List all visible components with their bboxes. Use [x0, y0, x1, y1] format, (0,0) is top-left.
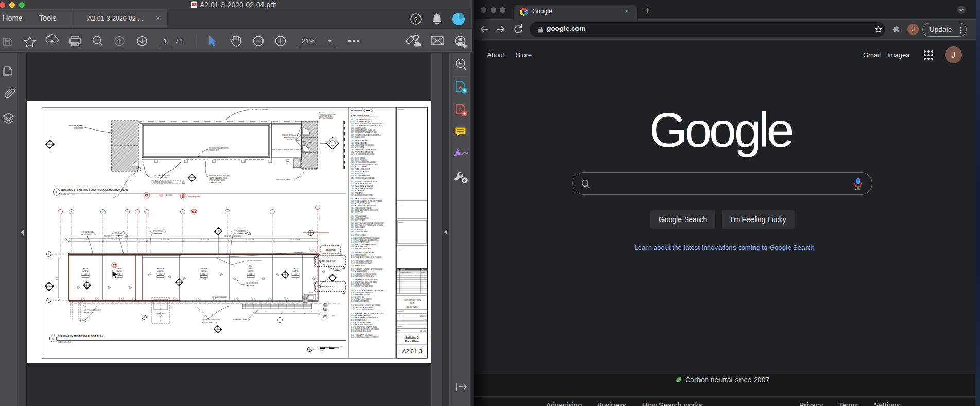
svg-text:8: 8	[48, 253, 49, 255]
svg-text:5-105: 5-105	[249, 273, 253, 275]
svg-text:File Name:: File Name:	[398, 314, 404, 315]
svg-text:SHEARWALL: SHEARWALL	[246, 285, 256, 287]
svg-text:5-104: 5-104	[202, 273, 206, 275]
svg-text:RUNNEL (BCO): RUNNEL (BCO)	[355, 136, 365, 138]
svg-text:A: A	[459, 84, 462, 90]
svg-text:Project Title: Project Title	[398, 109, 404, 110]
svg-text:STORM DRAIN (ACO), BY OWNER: STORM DRAIN (ACO), BY OWNER	[355, 336, 378, 339]
svg-text:F.O.BST: F.O.BST	[52, 251, 58, 253]
svg-text:BUILDING 3 - EXISTING FLOOR PL: BUILDING 3 - EXISTING FLOOR PLAN/DEMOLIT…	[61, 189, 128, 191]
svg-text:Memo:: Memo:	[398, 247, 401, 248]
svg-text:21.03: 21.03	[351, 265, 355, 267]
svg-text:5-105A: 5-105A	[303, 296, 307, 298]
svg-text:BIOSWALE (BLD, BCO): BIOSWALE (BLD, BCO)	[355, 330, 371, 332]
svg-text:3.06: 3.06	[324, 304, 327, 306]
svg-text:FIFTH: FIFTH	[83, 268, 88, 270]
svg-text:RAINWATER SYSTEM (BFD): RAINWATER SYSTEM (BFD)	[355, 275, 374, 277]
svg-text:FOURTH: FOURTH	[200, 268, 207, 270]
svg-text:REMOVE (E) RAMP: REMOVE (E) RAMP	[276, 179, 290, 181]
svg-text:5-107A: 5-107A	[303, 300, 307, 302]
svg-text:STOR: STOR	[309, 292, 313, 294]
svg-text:Project ID:: Project ID:	[398, 311, 404, 312]
svg-text:GRADE: GRADE	[201, 270, 206, 273]
svg-text:N: N	[313, 349, 314, 351]
svg-text:RIM - HEAD AT 9'-4": RIM - HEAD AT 9'-4"	[322, 260, 335, 262]
svg-text:(N) PRE-ENGINEERED: (N) PRE-ENGINEERED	[84, 309, 101, 311]
svg-text:/ 1: / 1	[176, 37, 183, 45]
svg-text:10/30/2014: 10/30/2014	[407, 306, 418, 308]
svg-text:(N) SHOTCRETE: (N) SHOTCRETE	[246, 282, 258, 284]
svg-text:999 SF: 999 SF	[159, 276, 163, 278]
svg-text:SET: SET	[410, 302, 414, 304]
svg-text:Owner Rep:: Owner Rep:	[398, 203, 404, 204]
svg-text:TYP: TYP	[332, 315, 335, 317]
svg-text:5: 5	[144, 316, 145, 318]
svg-text:REMOVE (E) SHED: REMOVE (E) SHED	[69, 125, 84, 127]
svg-text:FRAMED WALLS: FRAMED WALLS	[284, 137, 296, 139]
svg-text:999 SF: 999 SF	[202, 276, 206, 278]
svg-text:37'-8": 37'-8"	[56, 277, 58, 280]
svg-text:Scale: Scale	[320, 350, 324, 352]
svg-text:GRADE: GRADE	[292, 270, 298, 273]
svg-text:(E) CONC WALL TO REMAIN: (E) CONC WALL TO REMAIN	[247, 109, 268, 111]
svg-text:BUILDING 3 - PROPOSED FLOOR PL: BUILDING 3 - PROPOSED FLOOR PLAN	[58, 335, 104, 338]
svg-text:0'-2 1/2": 0'-2 1/2"	[139, 239, 145, 241]
svg-text:TO REMAIN, TYP: TO REMAIN, TYP	[154, 177, 167, 179]
svg-text:SCALE: 1/8" = 1'-0": SCALE: 1/8" = 1'-0"	[61, 194, 75, 196]
svg-text:Scale:: Scale:	[398, 330, 401, 331]
svg-text:27.03: 27.03	[351, 309, 355, 311]
svg-text:30'-0 1/2" VIF: 30'-0 1/2" VIF	[246, 239, 254, 241]
svg-text:Drawn by:: Drawn by:	[398, 318, 403, 319]
svg-text:Issue Title:: Issue Title:	[398, 296, 403, 297]
svg-text:THIRD: THIRD	[293, 268, 298, 270]
svg-text:FIRE DEPT. KNOX BOX: FIRE DEPT. KNOX BOX	[355, 248, 371, 250]
svg-text:T.8: T.8	[136, 211, 139, 213]
svg-text:PLANS & ELEVATIONS: PLANS & ELEVATIONS	[351, 115, 369, 117]
svg-text:30'-0": 30'-0"	[265, 311, 268, 313]
svg-text:8.05: 8.05	[324, 316, 327, 318]
svg-text:GRADE: GRADE	[82, 270, 88, 273]
svg-text:16ft: 16ft	[340, 346, 342, 347]
svg-text:23.04: 23.04	[351, 285, 355, 287]
svg-text:CONC BLDG: CONC BLDG	[236, 230, 246, 232]
svg-text:A2-304: A2-304	[331, 144, 334, 145]
svg-text:GRADE: GRADE	[248, 270, 253, 273]
svg-text:9.08: 9.08	[351, 231, 354, 233]
svg-text:Floor Plans: Floor Plans	[405, 340, 419, 343]
svg-text:1: 1	[279, 319, 281, 321]
svg-text:A4-301: A4-301	[143, 319, 146, 320]
svg-text:VA_A2-301: VA_A2-301	[419, 315, 427, 317]
svg-text:F.O.BST: F.O.BST	[61, 216, 63, 221]
svg-text:26.07: 26.07	[351, 300, 355, 302]
svg-text:Checked by:: Checked by:	[398, 322, 405, 323]
svg-text:COVED TILE BASE: COVED TILE BASE	[355, 231, 368, 233]
svg-text:8.10: 8.10	[351, 177, 354, 179]
svg-text:A: A	[194, 3, 196, 6]
svg-text:6.07: 6.07	[351, 153, 354, 155]
svg-text:1: 1	[163, 37, 167, 45]
svg-text:F.O.BST: F.O.BST	[148, 212, 149, 217]
svg-text:CONDUIT, RING & STRING: CONDUIT, RING & STRING	[355, 309, 374, 311]
svg-text:SUPPLY AIR: SUPPLY AIR	[355, 211, 363, 213]
svg-text:EXPOSED METAL DECKING: EXPOSED METAL DECKING	[355, 153, 375, 155]
svg-text:(N) DOOR & WINDOW IN: (N) DOOR & WINDOW IN	[202, 319, 220, 321]
svg-text:1 PERMIT SUBMITTAL: 1 PERMIT SUBMITTAL	[401, 272, 412, 273]
svg-text:5-106: 5-106	[294, 273, 297, 275]
svg-text:?: ?	[414, 15, 417, 23]
svg-text:2 CONSTRUCTION SET: 2 CONSTRUCTION SET	[401, 274, 413, 275]
svg-text:OPEN TO SKY: OPEN TO SKY	[153, 230, 163, 232]
svg-text:PRINTED 10/31/14 PM: PRINTED 10/31/14 PM	[429, 332, 430, 343]
svg-text:WEATHER STATION: WEATHER STATION	[355, 300, 369, 302]
svg-text:999 SF: 999 SF	[249, 276, 253, 278]
svg-text:FIRE HYDRANT: FIRE HYDRANT	[355, 265, 366, 267]
svg-text:1-HR RATED WALL: 1-HR RATED WALL	[81, 231, 95, 233]
svg-text:REMOVE PORTION OF (E): REMOVE PORTION OF (E)	[209, 175, 229, 177]
svg-text:32.10: 32.10	[351, 330, 355, 332]
svg-text:THIRD: THIRD	[248, 268, 253, 270]
svg-text:CONC WALL AND RIGID: CONC WALL AND RIGID	[209, 177, 228, 179]
svg-text:3.02: 3.02	[324, 308, 327, 310]
svg-text:7.07: 7.07	[351, 194, 354, 196]
svg-text:A: A	[459, 107, 462, 112]
svg-text:7'-0": 7'-0"	[309, 311, 312, 313]
svg-text:8'-0": 8'-0"	[293, 311, 295, 313]
